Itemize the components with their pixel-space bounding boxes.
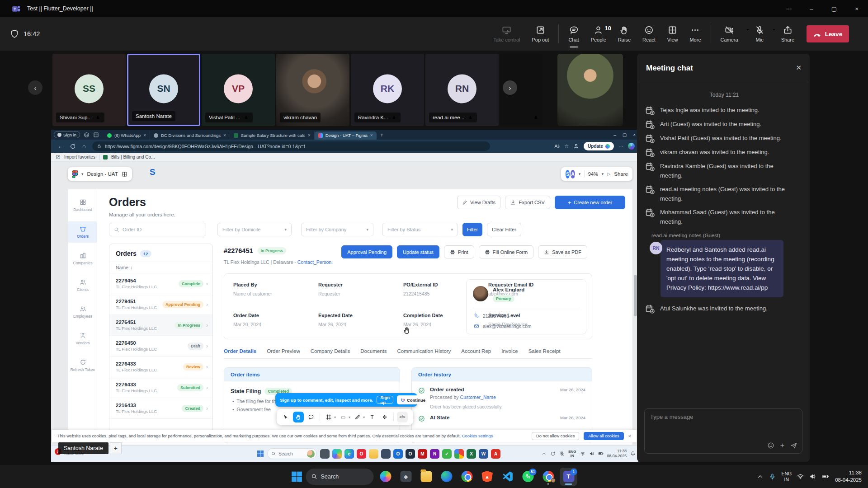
create-order-button[interactable]: +Create new order: [555, 196, 625, 209]
control-button[interactable]: People 10: [585, 17, 612, 51]
start-icon[interactable]: [257, 450, 264, 457]
order-row[interactable]: 2276450 TL Flex Holdings LLC Draft ›: [109, 336, 212, 357]
control-button[interactable]: React: [637, 17, 661, 51]
filter-status-select[interactable]: Filter by Status▾: [382, 223, 458, 236]
text-tool-icon[interactable]: T: [367, 412, 377, 422]
recall-app[interactable]: ◆: [397, 468, 415, 486]
order-row[interactable]: 2276451 TL Flex Holdings LLC In Progress…: [109, 315, 212, 336]
chat-close-icon[interactable]: ✕: [796, 64, 802, 72]
participant-tile[interactable]: VP Vishal Patil ...: [202, 54, 275, 126]
order-id-search[interactable]: Order ID: [109, 223, 206, 236]
tab-close-icon[interactable]: ×: [223, 133, 226, 138]
refresh-icon[interactable]: [70, 143, 76, 150]
edge-app[interactable]: [438, 468, 455, 486]
control-button[interactable]: Take control: [487, 17, 526, 51]
order-row[interactable]: 2276433 TL Flex Holdings LLC Submitted ›: [109, 377, 212, 398]
wifi-icon[interactable]: [580, 451, 585, 456]
excel-icon[interactable]: X: [467, 449, 476, 459]
chrome-profile-app[interactable]: [540, 468, 557, 486]
copilot-app[interactable]: [377, 468, 394, 486]
message-input[interactable]: Type a message +: [644, 408, 802, 454]
battery-icon[interactable]: [821, 473, 830, 480]
wifi-icon[interactable]: [797, 473, 804, 480]
contact-phone[interactable]: 2123874901: [474, 313, 509, 319]
start-button[interactable]: [291, 471, 303, 483]
taskbar-search[interactable]: Search: [306, 469, 374, 485]
approval-pending-button[interactable]: Approval Pending: [341, 245, 392, 258]
copilot-tab-icon[interactable]: [84, 132, 90, 138]
control-button[interactable]: [558, 24, 559, 43]
whatsapp-app[interactable]: 81: [519, 468, 537, 486]
speaker-icon[interactable]: [589, 451, 594, 456]
outlook-icon[interactable]: O: [393, 449, 403, 459]
detail-tab[interactable]: Communication History: [397, 348, 451, 355]
control-button[interactable]: Pop out: [526, 17, 555, 51]
sidebar-item[interactable]: Companies: [68, 248, 97, 269]
vscode-app[interactable]: [499, 468, 516, 486]
tab-actions-icon[interactable]: [93, 132, 99, 138]
fill-online-form-button[interactable]: Fill Online Form: [479, 245, 534, 258]
sidebar-item[interactable]: Vendors: [68, 328, 97, 349]
word-icon[interactable]: W: [479, 449, 488, 459]
sidebar-item[interactable]: Dashboard: [68, 195, 97, 216]
sidebar-item[interactable]: Employees: [68, 301, 97, 323]
dark-app-icon[interactable]: O: [406, 449, 415, 459]
filter-clear-button[interactable]: Clear Filter: [487, 223, 521, 236]
order-row[interactable]: 2279454 TL Flex Holdings LLC Complete ›: [109, 273, 212, 294]
comment-tool-icon[interactable]: [306, 412, 316, 422]
control-button[interactable]: Camera: [715, 17, 749, 51]
export-csv-button[interactable]: Export CSV: [505, 196, 550, 209]
order-row[interactable]: 2279451 TL Flex Holdings LLC Approval Pe…: [109, 294, 212, 315]
filter-company-select[interactable]: Filter by Company▾: [301, 223, 373, 236]
present-icon[interactable]: ▷: [607, 172, 610, 176]
shared-search-box[interactable]: Search: [267, 448, 317, 459]
update-button[interactable]: Update: [584, 142, 614, 150]
shape-tool-icon[interactable]: ▭: [338, 412, 349, 422]
battery-icon[interactable]: [598, 451, 604, 456]
detail-tab[interactable]: Sales Receipt: [528, 348, 561, 355]
detail-tab[interactable]: Invoice: [501, 348, 518, 355]
avatar-a[interactable]: A: [571, 170, 575, 178]
monitor-app-icon[interactable]: [320, 449, 330, 459]
figma-logo-icon[interactable]: [72, 170, 78, 178]
window-minimize-button[interactable]: –: [800, 0, 823, 17]
copilot-icon[interactable]: [332, 449, 342, 459]
favorite-star-icon[interactable]: ☆: [564, 143, 569, 149]
window-close-button[interactable]: ×: [845, 0, 868, 17]
browser-minimize[interactable]: –: [613, 132, 616, 137]
order-row[interactable]: 2276433 TL Flex Holdings LLC Review ›: [109, 357, 212, 377]
avatar-s[interactable]: S: [566, 170, 570, 178]
page-scrollbar[interactable]: [634, 275, 637, 316]
speaker-icon[interactable]: [809, 473, 816, 480]
browser-maximize[interactable]: ▢: [623, 132, 627, 137]
chevron-up-icon[interactable]: [757, 473, 764, 480]
detail-tab[interactable]: Company Details: [311, 348, 350, 355]
emoji-icon[interactable]: [767, 442, 774, 449]
browser-more-icon[interactable]: ⋯: [618, 143, 623, 149]
browser-tab[interactable]: (6) WhatsApp ×: [104, 131, 150, 140]
read-aloud-icon[interactable]: [554, 143, 560, 149]
attach-plus-icon[interactable]: +: [780, 441, 784, 450]
figma-menu-chevron[interactable]: ▾: [81, 172, 84, 176]
new-tab-button[interactable]: +: [380, 131, 384, 138]
avatar-chevron[interactable]: ▾: [579, 172, 581, 176]
teams-app[interactable]: T 1: [560, 468, 577, 486]
tab-close-icon[interactable]: ×: [143, 133, 146, 138]
filter-apply-button[interactable]: Filter: [462, 223, 482, 236]
browser-tab[interactable]: Design - UAT – Figma ×: [315, 131, 377, 140]
frame-tool-icon[interactable]: [323, 412, 334, 422]
chat-messages[interactable]: Today 11:21 Tejas Ingle was invited to t…: [645, 87, 803, 399]
google-continue-button[interactable]: Continue: [397, 395, 429, 404]
strip-prev-button[interactable]: ‹: [28, 80, 42, 95]
chevron-up-icon[interactable]: [541, 451, 547, 456]
send-icon[interactable]: [790, 442, 797, 449]
folder-icon[interactable]: [369, 449, 378, 459]
save-as-pdf-button[interactable]: Save as PDF: [538, 245, 587, 258]
detail-tab[interactable]: Order Preview: [267, 348, 300, 355]
control-button[interactable]: [711, 24, 711, 43]
browser-close[interactable]: ×: [633, 132, 636, 137]
sidebar-item[interactable]: Clients: [68, 275, 97, 296]
control-button[interactable]: Raise: [612, 17, 637, 51]
figma-share-button[interactable]: Share: [614, 171, 628, 177]
sync-icon[interactable]: [550, 451, 556, 456]
